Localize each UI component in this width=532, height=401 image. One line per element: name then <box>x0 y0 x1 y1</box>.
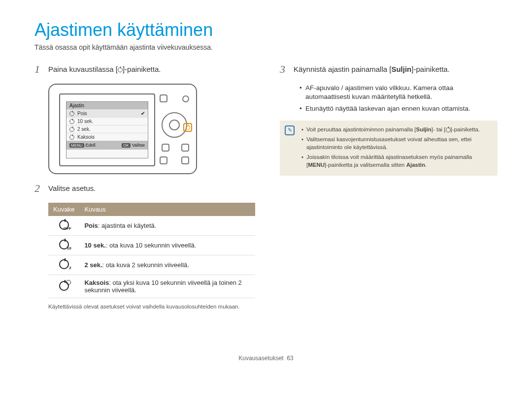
timer-off-icon: OFF <box>59 220 69 230</box>
step-number-2: 2 <box>34 183 43 194</box>
page-subtitle: Tässä osassa opit käyttämään ajastinta v… <box>34 43 498 51</box>
info1-mid: ]- tai [ <box>432 126 446 132</box>
row-rest: : ota kuva 2 sekunnin viiveellä. <box>102 261 189 269</box>
timer-double-icon <box>59 281 69 291</box>
lcd-menu-title: Ajastin <box>66 102 148 109</box>
info3-bold1: MENU <box>308 162 325 168</box>
camera-button-lowerleft <box>160 156 167 164</box>
step-number-3: 3 <box>280 64 289 75</box>
table-footnote: Käytettävissä olevat asetukset voivat va… <box>48 303 255 310</box>
lcd-foot-left: MENUEdell. <box>69 143 97 148</box>
table-row: 10 10 sek.: ota kuva 10 sekunnin viiveel… <box>48 236 255 255</box>
page-footer: Kuvausasetukset 63 <box>34 355 498 362</box>
icon-sub: 10 <box>67 246 71 250</box>
info-box: ✎ Voit peruuttaa ajastintoiminnon painam… <box>280 121 498 176</box>
settings-table: Kuvake Kuvaus OFF Pois: ajastinta ei käy… <box>48 203 255 298</box>
lcd-row-2-label: 2 sek. <box>77 126 91 132</box>
icon-cell-double <box>48 275 79 298</box>
page-title: Ajastimen käyttäminen <box>34 20 498 40</box>
lcd-row-3-label: Kaksois <box>77 134 95 140</box>
info3-mid: ]-painiketta ja valitsemalla sitten <box>325 162 406 168</box>
desc-cell: 10 sek.: ota kuva 10 sekunnin viiveellä. <box>79 236 255 255</box>
step-3-bullets: AF-apuvalo / ajastimen valo vilkkuu. Kam… <box>299 84 498 114</box>
timer-off-icon <box>69 111 74 116</box>
camera-button-bottomleft <box>162 144 169 152</box>
info3-post: . <box>425 162 427 168</box>
info-item-2: Valitsemasi kasvojentunnistusasetukset v… <box>301 135 491 151</box>
lcd-foot-right: OKValitse <box>122 143 145 148</box>
camera-button-topright <box>182 95 189 102</box>
step-1-text: Paina kuvaustilassa []-painiketta. <box>48 64 161 75</box>
desc-cell: 2 sek.: ota kuva 2 sekunnin viiveellä. <box>79 255 255 275</box>
camera-button-topleft <box>160 94 167 102</box>
timer-double-icon <box>69 135 74 140</box>
icon-cell-off: OFF <box>48 216 79 236</box>
timer-10-icon <box>69 119 74 124</box>
lcd-foot-right-label: Valitse <box>132 143 145 148</box>
footer-label: Kuvausasetukset <box>238 355 283 362</box>
row-rest: : ota kuva 10 sekunnin viiveellä. <box>106 242 197 249</box>
info-item-3: Joissakin tiloissa voit määrittää ajasti… <box>301 153 491 169</box>
camera-button-lowerright <box>181 156 189 164</box>
timer-icon <box>446 127 451 132</box>
info-item-1: Voit peruuttaa ajastintoiminnon painamal… <box>301 125 491 133</box>
table-row: 2 2 sek.: ota kuva 2 sekunnin viiveellä. <box>48 255 255 275</box>
timer-2-icon <box>69 127 74 132</box>
camera-lcd: Ajastin Pois✔ 10 sek. 2 sek. Kaksois MEN… <box>59 93 155 166</box>
table-row: Kaksois: ota yksi kuva 10 sekunnin viive… <box>48 275 255 298</box>
timer-icon <box>118 67 123 72</box>
lcd-row-1-label: 10 sek. <box>77 119 93 124</box>
info1-post: ]-painiketta. <box>451 126 480 132</box>
step-1-pre: Paina kuvaustilassa [ <box>48 65 118 73</box>
camera-illustration: Ajastin Pois✔ 10 sek. 2 sek. Kaksois MEN… <box>48 84 255 174</box>
icon-sub: OFF <box>64 226 71 231</box>
icon-cell-10: 10 <box>48 236 79 255</box>
info3-bold2: Ajastin <box>406 162 425 168</box>
step-number-1: 1 <box>34 64 43 75</box>
desc-cell: Kaksois: ota yksi kuva 10 sekunnin viive… <box>79 275 255 298</box>
desc-cell: Pois: ajastinta ei käytetä. <box>79 216 255 236</box>
lcd-row-2sek: 2 sek. <box>66 125 148 133</box>
check-icon: ✔ <box>141 111 145 116</box>
step-3-pre: Käynnistä ajastin painamalla [ <box>294 65 391 73</box>
footer-page-number: 63 <box>287 355 293 362</box>
ok-tag: OK <box>122 143 131 148</box>
table-row: OFF Pois: ajastinta ei käytetä. <box>48 216 255 236</box>
timer-2-icon: 2 <box>59 259 69 269</box>
camera-timer-button-highlighted <box>183 123 192 132</box>
bullet-1: AF-apuvalo / ajastimen valo vilkkuu. Kam… <box>299 84 498 101</box>
th-kuvaus: Kuvaus <box>79 203 255 216</box>
lcd-foot-left-label: Edell. <box>86 143 97 148</box>
info1-bold: Suljin <box>416 126 431 132</box>
menu-tag: MENU <box>69 143 84 148</box>
step-2-text: Valitse asetus. <box>48 183 96 194</box>
camera-button-bottomright <box>181 144 189 152</box>
lcd-row-kaksois: Kaksois <box>66 133 148 141</box>
lcd-row-pois: Pois✔ <box>66 109 148 117</box>
row-bold: 2 sek. <box>84 261 102 269</box>
row-bold: Pois <box>84 222 98 229</box>
step-3-bold: Suljin <box>391 65 411 73</box>
lcd-row-0-label: Pois <box>77 111 87 116</box>
timer-10-icon: 10 <box>59 240 69 249</box>
row-rest: : ajastinta ei käytetä. <box>98 222 157 229</box>
lcd-row-10sek: 10 sek. <box>66 117 148 125</box>
icon-sub: 2 <box>69 266 71 270</box>
info1-pre: Voit peruuttaa ajastintoiminnon painamal… <box>306 126 416 132</box>
icon-cell-2: 2 <box>48 255 79 275</box>
th-kuvake: Kuvake <box>48 203 79 216</box>
timer-icon <box>186 125 190 130</box>
row-bold: Kaksois <box>84 279 109 286</box>
step-1-post: ]-painiketta. <box>123 65 161 73</box>
info-icon: ✎ <box>285 125 295 135</box>
row-bold: 10 sek. <box>84 242 105 249</box>
step-3-text: Käynnistä ajastin painamalla [Suljin]-pa… <box>294 64 450 75</box>
step-3-post: ]-painiketta. <box>411 65 450 73</box>
bullet-2: Etunäyttö näyttää laskevan ajan ennen ku… <box>299 104 498 113</box>
